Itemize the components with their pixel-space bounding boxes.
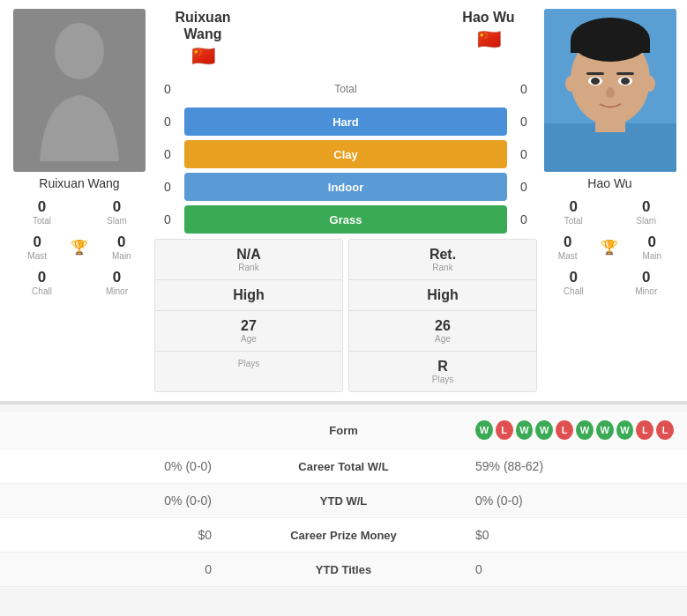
right-player-col: Hao Wu 0 Total 0 Slam 0 Mast 🏆 xyxy=(537,9,683,392)
left-info-box: N/A Rank High 27 Age Plays xyxy=(154,239,343,392)
svg-rect-11 xyxy=(586,72,604,75)
svg-point-15 xyxy=(645,76,655,92)
center-left-flag: 🇨🇳 xyxy=(159,45,247,68)
ytd-titles-left: 0 xyxy=(13,562,225,576)
svg-rect-6 xyxy=(571,40,650,53)
right-clay-score: 0 xyxy=(511,140,537,168)
badge-2: W xyxy=(516,420,534,440)
grass-btn[interactable]: Grass xyxy=(184,205,507,234)
left-player-photo xyxy=(13,9,146,172)
right-plays-label: Plays xyxy=(353,375,533,384)
surfaces-btns-col: Total Hard Clay Indoor Grass xyxy=(184,75,507,234)
right-minor-cell: 0 Minor xyxy=(610,266,683,299)
left-trophy-icon: 🏆 xyxy=(71,239,88,256)
right-total-score: 0 xyxy=(511,75,537,103)
prize-money-right: $0 xyxy=(462,528,674,542)
right-grass-score: 0 xyxy=(511,205,537,234)
right-age-label: Age xyxy=(353,334,533,344)
career-total-row: 0% (0-0) Career Total W/L 59% (88-62) xyxy=(0,449,687,484)
svg-rect-12 xyxy=(616,72,634,75)
form-row: Form W L W W L W W W L L xyxy=(0,412,687,449)
right-main-cell: 0 Main xyxy=(640,231,663,263)
left-mast-cell: 0 Mast xyxy=(26,231,49,263)
left-trophy-row: 0 Mast 🏆 0 Main xyxy=(4,228,154,266)
left-player-name: Ruixuan Wang xyxy=(39,176,119,190)
right-player-photo xyxy=(544,9,676,172)
right-high-value: High xyxy=(353,287,533,303)
ytd-wl-label: YTD W/L xyxy=(225,494,462,508)
left-age-value: 27 xyxy=(159,318,339,334)
left-slam-lbl: Slam xyxy=(81,216,153,226)
left-high-value: High xyxy=(159,287,339,303)
right-player-name: Hao Wu xyxy=(587,176,631,190)
left-minor-val: 0 xyxy=(113,269,121,286)
total-label: Total xyxy=(184,75,507,103)
left-chall-lbl: Chall xyxy=(6,286,78,296)
left-chall-cell: 0 Chall xyxy=(4,266,79,299)
form-badges-container: W L W W L W W W L L xyxy=(462,420,674,440)
right-total-val: 0 xyxy=(570,198,578,215)
badge-9: L xyxy=(656,420,674,440)
right-rank-section: Ret. Rank xyxy=(349,240,536,280)
right-mast-cell: 0 Mast xyxy=(556,231,579,263)
prize-money-left: $0 xyxy=(13,528,225,542)
right-chall-lbl: Chall xyxy=(539,286,609,296)
right-info-box: Ret. Rank High 26 Age R Plays xyxy=(348,239,537,392)
clay-btn[interactable]: Clay xyxy=(184,140,507,168)
info-boxes-row: N/A Rank High 27 Age Plays xyxy=(154,239,537,392)
ytd-wl-row: 0% (0-0) YTD W/L 0% (0-0) xyxy=(0,484,687,518)
left-total-val: 0 xyxy=(38,198,46,215)
left-grass-score: 0 xyxy=(154,205,181,234)
badge-8: L xyxy=(636,420,653,440)
left-main-lbl: Main xyxy=(112,251,131,261)
career-total-label: Career Total W/L xyxy=(225,460,462,473)
badge-1: L xyxy=(496,420,513,440)
ytd-titles-label: YTD Titles xyxy=(225,563,462,576)
right-total-lbl: Total xyxy=(539,216,609,226)
career-total-left: 0% (0-0) xyxy=(13,459,225,473)
right-indoor-score: 0 xyxy=(511,173,537,201)
right-stat-grid: 0 Total 0 Slam 0 Mast 🏆 0 Main xyxy=(537,196,683,299)
left-high-section: High xyxy=(155,280,342,311)
center-left-name: RuixuanWang xyxy=(159,9,247,42)
right-chall-cell: 0 Chall xyxy=(537,266,610,299)
svg-point-14 xyxy=(565,76,576,92)
badge-4: L xyxy=(556,420,573,440)
right-main-val: 0 xyxy=(648,234,656,250)
center-right-flag: 🇨🇳 xyxy=(444,28,533,51)
right-trophy-icon: 🏆 xyxy=(601,239,618,256)
hard-btn[interactable]: Hard xyxy=(184,108,507,136)
left-total-lbl: Total xyxy=(6,216,78,226)
main-container: Ruixuan Wang 0 Total 0 Slam 0 Mast 🏆 xyxy=(0,0,687,587)
left-slam-val: 0 xyxy=(113,198,121,215)
right-rank-value: Ret. xyxy=(353,247,533,263)
left-main-cell: 0 Main xyxy=(110,231,133,263)
left-indoor-score: 0 xyxy=(154,173,181,201)
center-col: RuixuanWang 🇨🇳 Hao Wu 🇨🇳 0 0 0 0 0 xyxy=(154,9,537,392)
left-plays-section: Plays xyxy=(155,352,342,375)
right-plays-section: R Plays xyxy=(349,352,536,391)
career-total-right: 59% (88-62) xyxy=(462,459,674,473)
surfaces-layout: 0 0 0 0 0 Total Hard Clay Indoor Grass 0 xyxy=(154,75,537,234)
ytd-titles-right: 0 xyxy=(462,562,674,576)
left-rank-value: N/A xyxy=(159,247,339,263)
ytd-wl-left: 0% (0-0) xyxy=(13,494,225,508)
badge-0: W xyxy=(475,420,493,440)
left-player-col: Ruixuan Wang 0 Total 0 Slam 0 Mast 🏆 xyxy=(4,9,154,392)
ytd-wl-right: 0% (0-0) xyxy=(462,494,674,508)
right-plays-value: R xyxy=(353,359,533,375)
left-minor-lbl: Minor xyxy=(81,286,153,296)
left-mast-lbl: Mast xyxy=(27,251,47,261)
left-stat-grid: 0 Total 0 Slam 0 Mast 🏆 0 Main xyxy=(4,196,154,299)
form-label: Form xyxy=(225,424,462,437)
svg-point-13 xyxy=(606,87,615,98)
left-main-val: 0 xyxy=(117,234,125,250)
indoor-btn[interactable]: Indoor xyxy=(184,173,507,201)
center-names: RuixuanWang 🇨🇳 Hao Wu 🇨🇳 xyxy=(154,9,537,68)
badge-5: W xyxy=(576,420,594,440)
right-scores-col: 0 0 0 0 0 xyxy=(511,75,537,234)
left-slam-cell: 0 Slam xyxy=(79,196,154,228)
right-slam-lbl: Slam xyxy=(612,216,682,226)
left-scores-col: 0 0 0 0 0 xyxy=(154,75,181,234)
right-mast-val: 0 xyxy=(564,234,571,250)
